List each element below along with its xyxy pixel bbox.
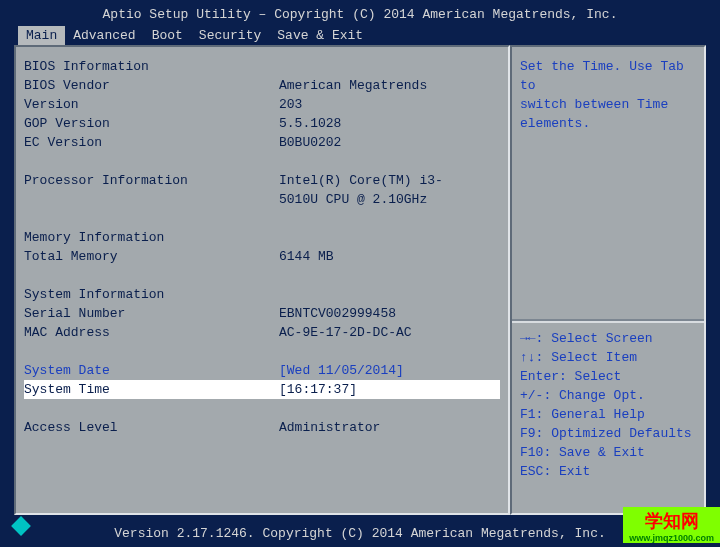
system-time-value[interactable]: [16:17:37] (279, 380, 500, 399)
gop-version-value: 5.5.1028 (279, 114, 500, 133)
key-change-opt: +/-: Change Opt. (520, 386, 696, 405)
version-value: 203 (279, 95, 500, 114)
left-panel: BIOS Information BIOS VendorAmerican Meg… (14, 45, 510, 515)
bios-vendor-label: BIOS Vendor (24, 76, 279, 95)
key-select-screen: →←: Select Screen (520, 329, 696, 348)
bios-vendor-value: American Megatrends (279, 76, 500, 95)
key-optimized-defaults: F9: Optimized Defaults (520, 424, 696, 443)
version-label: Version (24, 95, 279, 114)
ec-version-value: B0BU0202 (279, 133, 500, 152)
key-hints: →←: Select Screen ↑↓: Select Item Enter:… (520, 323, 696, 481)
serial-number-label: Serial Number (24, 304, 279, 323)
system-time-row[interactable]: System Time[16:17:37] (24, 380, 500, 399)
key-esc: ESC: Exit (520, 462, 696, 481)
key-general-help: F1: General Help (520, 405, 696, 424)
bios-title: Aptio Setup Utility – Copyright (C) 2014… (0, 0, 720, 26)
key-select-item: ↑↓: Select Item (520, 348, 696, 367)
mac-address-value: AC-9E-17-2D-DC-AC (279, 323, 500, 342)
tab-save-exit[interactable]: Save & Exit (269, 26, 371, 45)
system-date-value[interactable]: [Wed 11/05/2014] (279, 361, 500, 380)
bios-footer: Version 2.17.1246. Copyright (C) 2014 Am… (0, 520, 720, 547)
processor-info-value-2: 5010U CPU @ 2.10GHz (279, 190, 500, 209)
gop-version-label: GOP Version (24, 114, 279, 133)
body-area: BIOS Information BIOS VendorAmerican Meg… (14, 45, 706, 515)
key-save-exit: F10: Save & Exit (520, 443, 696, 462)
system-date-label: System Date (24, 361, 279, 380)
right-panel: Set the Time. Use Tab to switch between … (510, 45, 706, 515)
serial-number-value: EBNTCV002999458 (279, 304, 500, 323)
access-level-label: Access Level (24, 418, 279, 437)
system-date-row[interactable]: System Date[Wed 11/05/2014] (24, 361, 500, 380)
system-time-label: System Time (24, 380, 279, 399)
system-info-header: System Information (24, 285, 500, 304)
tab-advanced[interactable]: Advanced (65, 26, 143, 45)
processor-info-value-1: Intel(R) Core(TM) i3- (279, 171, 500, 190)
help-panel: Set the Time. Use Tab to switch between … (520, 57, 696, 319)
tab-security[interactable]: Security (191, 26, 269, 45)
tab-main[interactable]: Main (18, 26, 65, 45)
ec-version-label: EC Version (24, 133, 279, 152)
access-level-value: Administrator (279, 418, 500, 437)
memory-info-header: Memory Information (24, 228, 500, 247)
help-line-2: switch between Time elements. (520, 95, 696, 133)
watermark-sub: www.jmqz1000.com (629, 533, 714, 543)
total-memory-label: Total Memory (24, 247, 279, 266)
processor-info-label: Processor Information (24, 171, 279, 190)
watermark-main: 学知网 (645, 511, 699, 531)
help-line-1: Set the Time. Use Tab to (520, 57, 696, 95)
bios-info-header: BIOS Information (24, 57, 500, 76)
tab-bar: Main Advanced Boot Security Save & Exit (0, 26, 720, 45)
watermark: 学知网 www.jmqz1000.com (623, 507, 720, 543)
key-enter: Enter: Select (520, 367, 696, 386)
mac-address-label: MAC Address (24, 323, 279, 342)
total-memory-value: 6144 MB (279, 247, 500, 266)
tab-boot[interactable]: Boot (144, 26, 191, 45)
